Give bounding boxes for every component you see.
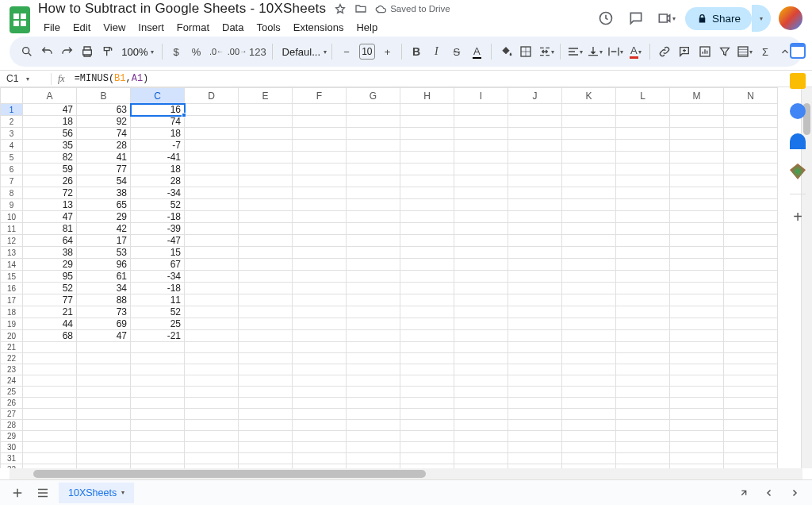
cell[interactable] (77, 398, 131, 409)
cell[interactable] (562, 140, 616, 152)
cell[interactable] (616, 223, 670, 235)
cell[interactable] (724, 116, 778, 128)
cell[interactable] (724, 259, 778, 271)
cell[interactable] (454, 420, 508, 431)
cell[interactable] (239, 453, 293, 464)
cell[interactable] (293, 387, 347, 398)
cell[interactable] (347, 283, 400, 294)
cell[interactable] (508, 420, 562, 431)
cell[interactable] (670, 283, 724, 294)
insert-chart-button[interactable] (695, 41, 714, 62)
row-header[interactable]: 13 (1, 247, 23, 259)
cell[interactable] (185, 104, 239, 116)
col-header-E[interactable]: E (239, 88, 293, 104)
cell[interactable] (562, 199, 616, 211)
cell[interactable] (400, 187, 454, 199)
col-header-J[interactable]: J (508, 88, 562, 104)
menu-insert[interactable]: Insert (132, 18, 170, 37)
cell[interactable] (616, 283, 670, 294)
cell[interactable] (616, 235, 670, 247)
cell[interactable] (724, 420, 778, 431)
cell[interactable]: 38 (23, 247, 77, 259)
cell[interactable] (670, 420, 724, 431)
select-all-corner[interactable] (1, 88, 23, 104)
cell[interactable]: 11 (131, 294, 185, 306)
cell[interactable]: 15 (131, 247, 185, 259)
cell[interactable] (185, 128, 239, 140)
cell[interactable] (508, 199, 562, 211)
cell[interactable] (562, 453, 616, 464)
cell[interactable]: 18 (23, 116, 77, 128)
cell[interactable] (670, 164, 724, 175)
cell[interactable] (508, 353, 562, 364)
rotate-button[interactable]: A▾ (626, 41, 645, 62)
cell[interactable] (562, 409, 616, 420)
cell[interactable] (131, 353, 185, 364)
col-header-C[interactable]: C (131, 88, 185, 104)
cell[interactable] (508, 235, 562, 247)
cell[interactable] (293, 353, 347, 364)
row-header[interactable]: 29 (1, 431, 23, 442)
cell[interactable] (23, 375, 77, 387)
fill-color-button[interactable] (496, 41, 515, 62)
cell[interactable] (616, 116, 670, 128)
row-header[interactable]: 21 (1, 342, 23, 353)
row-header[interactable]: 22 (1, 353, 23, 364)
cell[interactable] (454, 387, 508, 398)
cell[interactable] (616, 420, 670, 431)
cell[interactable] (77, 342, 131, 353)
col-header-M[interactable]: M (670, 88, 724, 104)
functions-button[interactable]: Σ (756, 41, 774, 62)
move-to-folder-icon[interactable] (354, 2, 367, 15)
cell[interactable]: 77 (23, 294, 77, 306)
meet-icon[interactable]: ▾ (655, 7, 677, 29)
cell[interactable] (454, 104, 508, 116)
calendar-icon[interactable] (790, 43, 806, 59)
cell[interactable]: 61 (77, 271, 131, 283)
cell[interactable] (77, 364, 131, 375)
cell[interactable] (454, 431, 508, 442)
cell[interactable]: 28 (77, 140, 131, 152)
cell[interactable] (131, 387, 185, 398)
cell[interactable] (293, 364, 347, 375)
cell[interactable] (562, 259, 616, 271)
col-header-I[interactable]: I (454, 88, 508, 104)
cell[interactable] (347, 387, 400, 398)
row-header[interactable]: 16 (1, 283, 23, 294)
cell[interactable] (293, 453, 347, 464)
paint-format-button[interactable] (98, 41, 117, 62)
row-header[interactable]: 9 (1, 199, 23, 211)
cell[interactable] (185, 409, 239, 420)
cell[interactable] (616, 199, 670, 211)
cell[interactable] (508, 211, 562, 223)
cell[interactable] (454, 330, 508, 342)
cell[interactable] (454, 409, 508, 420)
cell[interactable] (347, 318, 400, 330)
cell[interactable] (724, 247, 778, 259)
link-button[interactable] (655, 41, 673, 62)
cell[interactable] (400, 342, 454, 353)
cell[interactable] (239, 318, 293, 330)
cell[interactable] (239, 140, 293, 152)
cell[interactable] (670, 128, 724, 140)
cell[interactable] (616, 375, 670, 387)
cell[interactable] (185, 247, 239, 259)
add-sheet-button[interactable] (8, 483, 27, 502)
cell[interactable] (724, 364, 778, 375)
cell[interactable] (23, 353, 77, 364)
cell[interactable] (508, 116, 562, 128)
row-header[interactable]: 19 (1, 318, 23, 330)
cell[interactable] (562, 247, 616, 259)
cell[interactable] (454, 235, 508, 247)
cell[interactable] (293, 342, 347, 353)
cell[interactable] (616, 247, 670, 259)
cell[interactable] (670, 294, 724, 306)
cell[interactable] (562, 283, 616, 294)
cell[interactable] (347, 235, 400, 247)
cell[interactable] (293, 259, 347, 271)
cell[interactable] (293, 271, 347, 283)
cell[interactable] (185, 259, 239, 271)
cell[interactable]: 13 (23, 199, 77, 211)
cell[interactable] (239, 306, 293, 318)
cell[interactable] (508, 342, 562, 353)
